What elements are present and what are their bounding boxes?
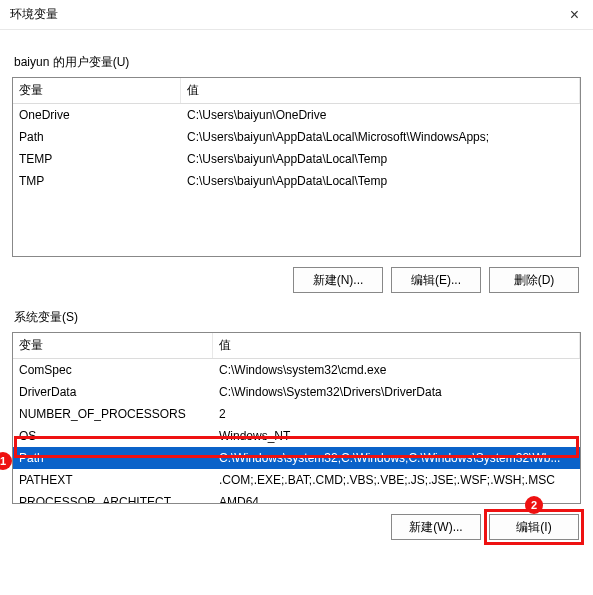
cell-variable: OS bbox=[13, 425, 213, 447]
cell-variable: PROCESSOR_ARCHITECT... bbox=[13, 491, 213, 504]
table-row[interactable]: PathC:\Users\baiyun\AppData\Local\Micros… bbox=[13, 126, 580, 148]
cell-value: C:\Users\baiyun\OneDrive bbox=[181, 104, 580, 126]
cell-variable: ComSpec bbox=[13, 359, 213, 381]
cell-value: Windows_NT bbox=[213, 425, 580, 447]
table-row[interactable]: ComSpecC:\Windows\system32\cmd.exe bbox=[13, 359, 580, 381]
cell-variable: TMP bbox=[13, 170, 181, 192]
table-row[interactable]: PROCESSOR_ARCHITECT...AMD64 bbox=[13, 491, 580, 504]
table-row[interactable]: NUMBER_OF_PROCESSORS2 bbox=[13, 403, 580, 425]
table-row[interactable]: OneDriveC:\Users\baiyun\OneDrive bbox=[13, 104, 580, 126]
titlebar: 环境变量 × bbox=[0, 0, 593, 30]
system-vars-header: 变量 值 bbox=[13, 333, 580, 359]
system-vars-label: 系统变量(S) bbox=[14, 309, 579, 326]
cell-value: .COM;.EXE;.BAT;.CMD;.VBS;.VBE;.JS;.JSE;.… bbox=[213, 469, 580, 491]
col-header-value[interactable]: 值 bbox=[181, 78, 580, 103]
table-row[interactable]: PathC:\Windows\system32;C:\Windows;C:\Wi… bbox=[13, 447, 580, 469]
table-row[interactable]: TMPC:\Users\baiyun\AppData\Local\Temp bbox=[13, 170, 580, 192]
cell-variable: OneDrive bbox=[13, 104, 181, 126]
user-new-button[interactable]: 新建(N)... bbox=[293, 267, 383, 293]
user-delete-button[interactable]: 删除(D) bbox=[489, 267, 579, 293]
user-vars-label: baiyun 的用户变量(U) bbox=[14, 54, 579, 71]
window-title: 环境变量 bbox=[10, 6, 566, 23]
cell-variable: TEMP bbox=[13, 148, 181, 170]
cell-variable: Path bbox=[13, 447, 213, 469]
system-vars-list[interactable]: 变量 值 ComSpecC:\Windows\system32\cmd.exeD… bbox=[12, 332, 581, 504]
table-row[interactable]: DriverDataC:\Windows\System32\Drivers\Dr… bbox=[13, 381, 580, 403]
user-vars-header: 变量 值 bbox=[13, 78, 580, 104]
system-vars-buttons: 新建(W)... 编辑(I) 2 bbox=[14, 514, 579, 540]
cell-variable: DriverData bbox=[13, 381, 213, 403]
cell-value: C:\Users\baiyun\AppData\Local\Microsoft\… bbox=[181, 126, 580, 148]
cell-value: C:\Windows\system32;C:\Windows;C:\Window… bbox=[213, 447, 580, 469]
close-icon[interactable]: × bbox=[566, 6, 583, 24]
cell-value: C:\Users\baiyun\AppData\Local\Temp bbox=[181, 148, 580, 170]
user-vars-list[interactable]: 变量 值 OneDriveC:\Users\baiyun\OneDrivePat… bbox=[12, 77, 581, 257]
col-header-value[interactable]: 值 bbox=[213, 333, 580, 358]
user-vars-buttons: 新建(N)... 编辑(E)... 删除(D) bbox=[14, 267, 579, 293]
cell-variable: Path bbox=[13, 126, 181, 148]
cell-value: AMD64 bbox=[213, 491, 580, 504]
user-edit-button[interactable]: 编辑(E)... bbox=[391, 267, 481, 293]
table-row[interactable]: OSWindows_NT bbox=[13, 425, 580, 447]
cell-value: C:\Users\baiyun\AppData\Local\Temp bbox=[181, 170, 580, 192]
cell-value: C:\Windows\system32\cmd.exe bbox=[213, 359, 580, 381]
cell-variable: PATHEXT bbox=[13, 469, 213, 491]
system-new-button[interactable]: 新建(W)... bbox=[391, 514, 481, 540]
table-row[interactable]: PATHEXT.COM;.EXE;.BAT;.CMD;.VBS;.VBE;.JS… bbox=[13, 469, 580, 491]
system-edit-button[interactable]: 编辑(I) bbox=[489, 514, 579, 540]
cell-variable: NUMBER_OF_PROCESSORS bbox=[13, 403, 213, 425]
cell-value: C:\Windows\System32\Drivers\DriverData bbox=[213, 381, 580, 403]
cell-value: 2 bbox=[213, 403, 580, 425]
col-header-variable[interactable]: 变量 bbox=[13, 333, 213, 358]
col-header-variable[interactable]: 变量 bbox=[13, 78, 181, 103]
table-row[interactable]: TEMPC:\Users\baiyun\AppData\Local\Temp bbox=[13, 148, 580, 170]
